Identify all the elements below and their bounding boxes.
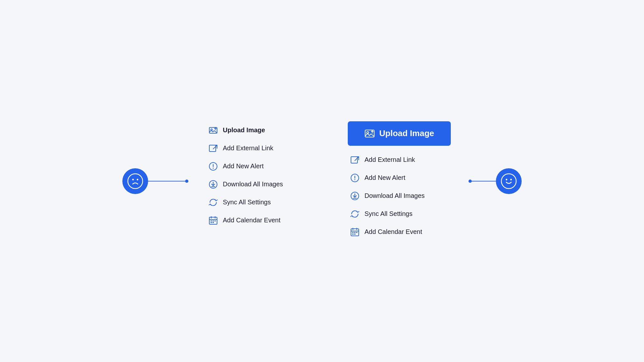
svg-point-45 (510, 179, 512, 180)
svg-rect-38 (352, 232, 354, 233)
svg-point-44 (506, 179, 507, 180)
right-connector-line (470, 181, 496, 181)
svg-point-1 (132, 179, 134, 180)
svg-rect-26 (351, 157, 357, 163)
svg-rect-42 (354, 234, 355, 235)
calendar-icon-left (209, 216, 218, 225)
left-add-new-alert-item[interactable]: Add New Alert (206, 157, 309, 175)
svg-rect-21 (211, 222, 212, 223)
right-add-calendar-event-label: Add Calendar Event (365, 228, 422, 236)
left-add-external-link-item[interactable]: Add External Link (206, 139, 309, 157)
external-link-icon (209, 144, 218, 153)
image-upload-icon (209, 126, 218, 135)
right-download-all-images-label: Download All Images (365, 192, 425, 200)
svg-rect-41 (352, 234, 354, 235)
panels-wrapper: Upload Image Add External Link (206, 121, 451, 241)
left-download-all-images-label: Download All Images (223, 181, 283, 188)
svg-point-0 (128, 174, 143, 189)
alert-circle-icon-right (350, 173, 359, 182)
calendar-icon-right (350, 227, 359, 237)
svg-line-27 (355, 157, 359, 161)
left-sync-all-settings-item[interactable]: Sync All Settings (206, 193, 309, 211)
left-add-calendar-event-label: Add Calendar Event (223, 217, 280, 224)
svg-line-7 (213, 145, 217, 149)
right-add-external-link-label: Add External Link (365, 156, 415, 163)
left-add-external-link-label: Add External Link (223, 144, 273, 152)
right-download-all-images-item[interactable]: Download All Images (348, 187, 451, 205)
svg-rect-18 (211, 220, 212, 221)
svg-rect-40 (356, 232, 357, 233)
right-connector (470, 168, 522, 194)
right-add-external-link-item[interactable]: Add External Link (348, 151, 451, 169)
left-upload-image-item[interactable]: Upload Image (206, 121, 309, 139)
left-upload-image-label: Upload Image (223, 126, 265, 134)
sync-icon-left (209, 198, 218, 207)
svg-point-30 (355, 179, 355, 180)
svg-rect-20 (214, 220, 216, 221)
svg-point-43 (501, 174, 516, 189)
right-add-calendar-event-item[interactable]: Add Calendar Event (348, 223, 451, 241)
right-upload-image-button[interactable]: Upload Image (348, 121, 451, 146)
happy-face-avatar (496, 168, 522, 194)
upload-image-button-icon (365, 128, 375, 139)
right-add-new-alert-label: Add New Alert (365, 174, 405, 181)
right-sync-all-settings-label: Sync All Settings (365, 210, 412, 218)
external-link-icon-right (350, 155, 359, 164)
svg-point-2 (137, 179, 138, 180)
svg-rect-22 (213, 222, 214, 223)
sad-face-icon (127, 173, 143, 189)
right-upload-image-label: Upload Image (379, 128, 434, 138)
left-connector-line (148, 181, 187, 181)
svg-rect-39 (354, 232, 355, 233)
left-add-calendar-event-item[interactable]: Add Calendar Event (206, 211, 309, 229)
alert-circle-icon (209, 162, 218, 171)
right-add-new-alert-item[interactable]: Add New Alert (348, 169, 451, 187)
right-sync-all-settings-item[interactable]: Sync All Settings (348, 205, 451, 223)
sync-icon-right (350, 209, 359, 218)
happy-face-icon (501, 173, 517, 189)
svg-rect-19 (213, 220, 214, 221)
svg-point-24 (367, 132, 369, 134)
download-circle-icon-left (209, 180, 218, 189)
svg-point-10 (213, 168, 214, 169)
sad-face-avatar (122, 168, 148, 194)
svg-rect-6 (209, 145, 216, 152)
download-circle-icon-right (350, 191, 359, 200)
left-connector (122, 168, 187, 194)
right-menu-panel: Upload Image Add External Link (348, 121, 451, 241)
left-add-new-alert-label: Add New Alert (223, 162, 264, 170)
left-download-all-images-item[interactable]: Download All Images (206, 175, 309, 193)
main-container: Upload Image Add External Link (0, 121, 644, 241)
left-menu-panel: Upload Image Add External Link (206, 121, 309, 229)
left-sync-all-settings-label: Sync All Settings (223, 199, 271, 206)
